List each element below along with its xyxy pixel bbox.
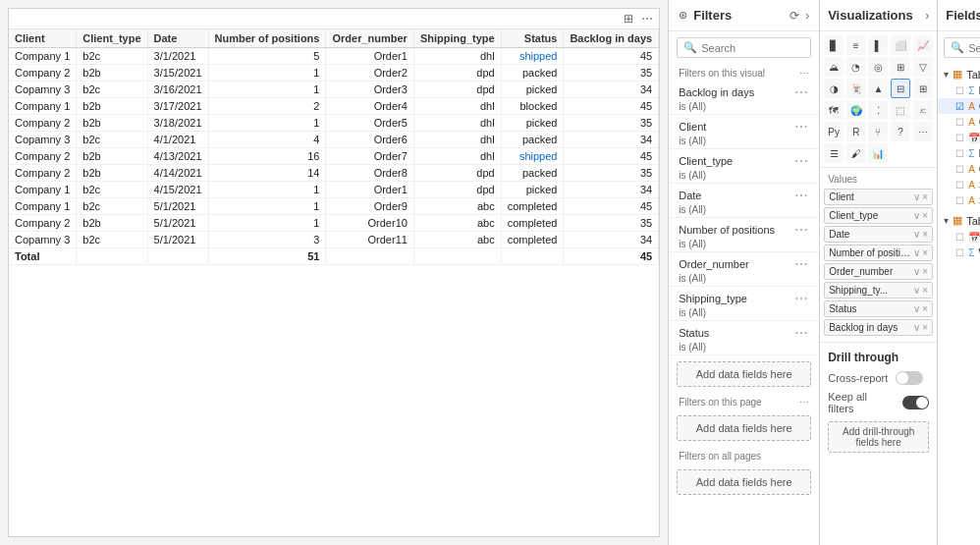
filter-item[interactable]: Order_number ⋯ is (All): [669, 252, 819, 287]
filters-search-box[interactable]: 🔍: [677, 37, 811, 58]
filters-view-icon[interactable]: ⟳: [789, 9, 799, 23]
tree-item-checkbox[interactable]: ☐: [955, 148, 964, 159]
tree-item[interactable]: ☐ 📅 Date: [938, 130, 980, 145]
filter-item[interactable]: Client ⋯ is (All): [669, 115, 819, 149]
table-row[interactable]: Copamny 3b2c5/1/20213Order11abccompleted…: [9, 232, 659, 248]
value-field-close-icon[interactable]: ×: [922, 229, 928, 240]
fields-search-box[interactable]: 🔍: [944, 37, 980, 58]
filter-item[interactable]: Status ⋯ is (All): [669, 321, 819, 355]
viz-r-icon[interactable]: R: [846, 122, 866, 141]
add-page-fields-btn[interactable]: Add data fields here: [677, 415, 811, 441]
value-field-close-icon[interactable]: ×: [922, 303, 928, 314]
value-field-dropdown-icon[interactable]: ∨: [913, 266, 920, 277]
col-header-number-of-positions[interactable]: Number of positions: [208, 29, 326, 48]
tree-item[interactable]: ☑ A Client: [938, 98, 980, 114]
value-field-item[interactable]: Backlog in days ∨ ×: [824, 319, 933, 336]
keep-all-toggle[interactable]: [902, 396, 929, 409]
filter-item[interactable]: Client_type ⋯ is (All): [669, 149, 819, 184]
viz-waterfall-icon[interactable]: ⬚: [891, 100, 910, 120]
value-field-dropdown-icon[interactable]: ∨: [913, 210, 920, 221]
col-header-client_type[interactable]: Client_type: [77, 29, 147, 48]
tree-item-checkbox[interactable]: ☐: [955, 180, 964, 191]
viz-bar-chart-icon[interactable]: ▊: [824, 35, 844, 55]
viz-matrix-icon[interactable]: ⊞: [913, 79, 933, 98]
tree-item[interactable]: ☐ Σ Weekday: [938, 245, 980, 260]
add-drill-btn[interactable]: Add drill-through fields here: [828, 421, 929, 453]
filter-item-dots[interactable]: ⋯: [794, 325, 809, 341]
tree-item-checkbox[interactable]: ☐: [955, 247, 964, 258]
table-row[interactable]: Company 2b2b4/14/202114Order8dpdpacked35: [9, 165, 659, 182]
value-field-dropdown-icon[interactable]: ∨: [913, 191, 920, 202]
col-header-status[interactable]: Status: [501, 29, 564, 48]
tree-item[interactable]: ☐ Σ Backlog in ...: [938, 82, 980, 98]
viz-stacked-bar-icon[interactable]: ≡: [846, 35, 866, 55]
add-visual-fields-btn[interactable]: Add data fields here: [677, 361, 811, 387]
filter-item-dots[interactable]: ⋯: [794, 222, 809, 238]
value-field-item[interactable]: Client ∨ ×: [824, 189, 933, 205]
value-field-close-icon[interactable]: ×: [922, 285, 928, 296]
filter-item[interactable]: Shipping_type ⋯ is (All): [669, 287, 819, 321]
tree-item[interactable]: ☐ A Order_num...: [938, 161, 980, 177]
tree-item-checkbox[interactable]: ☐: [955, 117, 964, 128]
table-row[interactable]: Company 2b2b4/13/202116Order7dhlshipped4…: [9, 148, 659, 165]
viz-more-icon[interactable]: ⋯: [913, 122, 933, 141]
tree-item-checkbox[interactable]: ☑: [955, 101, 964, 112]
table-row[interactable]: Company 2b2b3/15/20211Order2dpdpacked35: [9, 65, 659, 82]
tree-item-checkbox[interactable]: ☐: [955, 133, 964, 143]
value-field-item[interactable]: Client_type ∨ ×: [824, 207, 933, 224]
table-row[interactable]: Company 1b2c3/1/20215Order1dhlshipped45: [9, 48, 659, 65]
viz-py-icon[interactable]: Py: [824, 122, 844, 141]
viz-filled-map-icon[interactable]: 🌍: [846, 100, 866, 120]
viz-treemap-icon[interactable]: ⊞: [891, 57, 910, 77]
filter-icon[interactable]: ⊞: [622, 11, 635, 27]
tree-item[interactable]: ☐ A Shipping_ty...: [938, 177, 980, 192]
viz-kpi-icon[interactable]: ▲: [868, 79, 888, 98]
filter-item-dots[interactable]: ⋯: [794, 291, 809, 306]
table-row[interactable]: Copamny 3b2c3/16/20211Order3dpdpicked34: [9, 82, 659, 98]
tree-item[interactable]: ☐ A Client_type: [938, 114, 980, 130]
tree-item[interactable]: ☐ A Status: [938, 192, 980, 208]
viz-area-chart-icon[interactable]: ⛰: [824, 57, 844, 77]
col-header-order_number[interactable]: Order_number: [326, 29, 413, 48]
viz-decomp-icon[interactable]: ⑂: [868, 122, 888, 141]
viz-analytics-icon[interactable]: 📊: [868, 143, 888, 163]
viz-ribbon-icon[interactable]: ⟈: [913, 100, 933, 120]
viz-column-chart-icon[interactable]: ▌: [868, 35, 888, 55]
table-row[interactable]: Company 2b2b5/1/20211Order10abccompleted…: [9, 215, 659, 232]
filter-item-dots[interactable]: ⋯: [794, 256, 809, 272]
value-field-item[interactable]: Status ∨ ×: [824, 300, 933, 317]
value-field-close-icon[interactable]: ×: [922, 210, 928, 221]
filter-item[interactable]: Date ⋯ is (All): [669, 184, 819, 218]
filter-item[interactable]: Number of positions ⋯ is (All): [669, 218, 819, 252]
viz-line-chart-icon[interactable]: 📈: [913, 35, 933, 55]
more-options-icon[interactable]: ⋯: [639, 11, 655, 27]
viz-map-icon[interactable]: 🗺: [824, 100, 844, 120]
viz-pie-chart-icon[interactable]: ◔: [846, 57, 866, 77]
tree-item[interactable]: ☐ Σ Number of ...: [938, 145, 980, 161]
filter-item-dots[interactable]: ⋯: [794, 119, 809, 135]
tree-item-checkbox[interactable]: ☐: [955, 232, 964, 243]
filter-item[interactable]: Backlog in days ⋯ is (All): [669, 81, 819, 115]
tree-item[interactable]: ☐ 📅 Date: [938, 229, 980, 245]
col-header-backlog-in-days[interactable]: Backlog in days: [564, 29, 659, 48]
col-header-shipping_type[interactable]: Shipping_type: [413, 29, 501, 48]
viz-gauge-icon[interactable]: ◑: [824, 79, 844, 98]
table-row[interactable]: Company 2b2b3/18/20211Order5dhlpicked35: [9, 115, 659, 132]
tree-item-checkbox[interactable]: ☐: [955, 85, 964, 96]
value-field-close-icon[interactable]: ×: [922, 266, 928, 277]
viz-card-icon[interactable]: 🃏: [846, 79, 866, 98]
value-field-close-icon[interactable]: ×: [922, 191, 928, 202]
value-field-item[interactable]: Order_number ∨ ×: [824, 263, 933, 280]
viz-table-icon[interactable]: ⊟: [891, 79, 910, 98]
filters-on-visual-dots[interactable]: ⋯: [799, 68, 809, 79]
value-field-item[interactable]: Number of positions ∨ ×: [824, 245, 933, 261]
value-field-dropdown-icon[interactable]: ∨: [913, 285, 920, 296]
table-row[interactable]: Company 1b2b3/17/20212Order4dhlblocked45: [9, 98, 659, 115]
value-field-dropdown-icon[interactable]: ∨: [913, 303, 920, 314]
viz-slicer-icon[interactable]: ☰: [824, 143, 844, 163]
value-field-dropdown-icon[interactable]: ∨: [913, 229, 920, 240]
filter-item-dots[interactable]: ⋯: [794, 84, 809, 100]
viz-donut-chart-icon[interactable]: ◎: [868, 57, 888, 77]
value-field-close-icon[interactable]: ×: [922, 247, 928, 258]
col-header-date[interactable]: Date: [147, 29, 208, 48]
